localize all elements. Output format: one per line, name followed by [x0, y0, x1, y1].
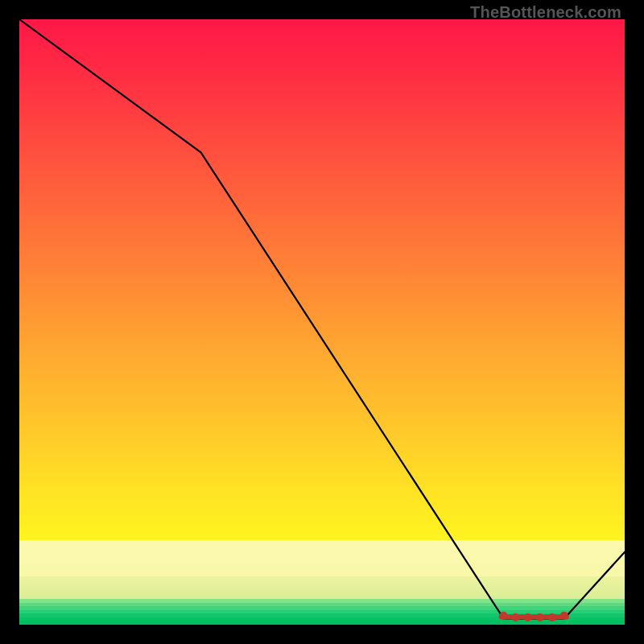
chart-frame: [19, 19, 625, 625]
chart-background-gradient: [19, 19, 625, 625]
chart-plot-area: [19, 19, 625, 625]
